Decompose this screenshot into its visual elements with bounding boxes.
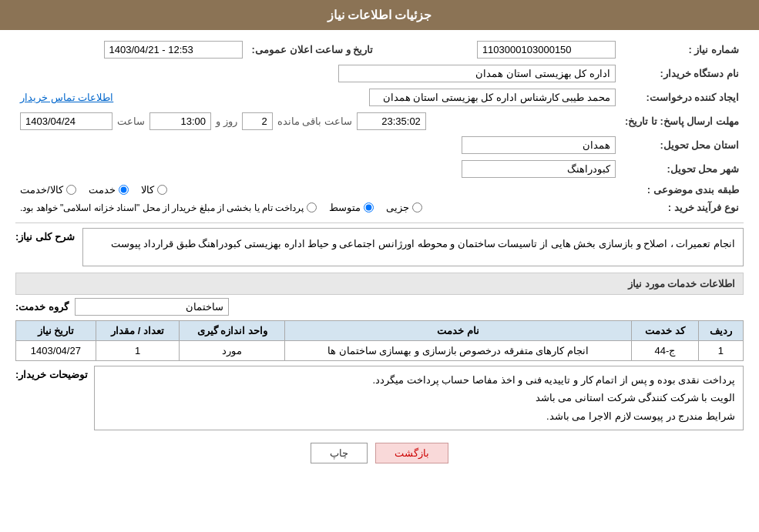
purchase-type-option-motavaset[interactable]: متوسط	[329, 202, 374, 213]
category-radio-group: کالا/خدمت خدمت کالا	[20, 184, 616, 196]
row-service-name: انجام کارهای متفرقه درخصوص بازسازی و بهس…	[285, 341, 632, 361]
purchase-type-motavaset-label: متوسط	[329, 202, 361, 213]
col-quantity: تعداد / مقدار	[96, 321, 180, 341]
deadline-label: مهلت ارسال پاسخ: تا تاریخ:	[620, 109, 744, 133]
row-code: ج-44	[632, 341, 699, 361]
category-kalakhedmat-label: کالا/خدمت	[20, 184, 63, 196]
category-radio-kalakhedmat[interactable]	[66, 185, 76, 195]
deadline-time: 13:00	[149, 112, 211, 130]
city-value: کبودراهنگ	[462, 160, 616, 178]
tender-number-label: شماره نیاز :	[620, 38, 744, 62]
buyer-notes-text: پرداخت نقدی بوده و پس از اتمام کار و تای…	[373, 374, 735, 422]
services-header-row: ردیف کد خدمت نام خدمت واحد اندازه گیری ت…	[16, 321, 744, 341]
requester-row: ایجاد کننده درخواست: محمد طیبی کارشناس ا…	[15, 85, 744, 109]
print-button[interactable]: چاپ	[311, 443, 368, 463]
buyer-org-label: نام دستگاه خریدار:	[620, 62, 744, 85]
description-text: انجام تعمیرات ، اصلاح و بازسازی بخش هایی…	[111, 238, 735, 249]
category-option-kalakhedmat[interactable]: کالا/خدمت	[20, 184, 76, 196]
services-table: ردیف کد خدمت نام خدمت واحد اندازه گیری ت…	[15, 320, 744, 361]
row-quantity: 1	[96, 341, 180, 361]
info-table: شماره نیاز : 1103000103000150 تاریخ و سا…	[15, 38, 744, 216]
announce-value: 1403/04/21 - 12:53	[104, 41, 243, 59]
table-row: 1 ج-44 انجام کارهای متفرقه درخصوص بازساز…	[16, 341, 744, 361]
col-unit: واحد اندازه گیری	[180, 321, 285, 341]
purchase-type-jozi-label: جزیی	[386, 202, 409, 213]
row-unit: مورد	[180, 341, 285, 361]
buyer-notes-box: پرداخت نقدی بوده و پس از اتمام کار و تای…	[94, 366, 744, 430]
category-label: طبقه بندی موضوعی :	[620, 181, 744, 199]
purchase-type-option-jozi[interactable]: جزیی	[386, 202, 422, 213]
purchase-type-radio-motavaset[interactable]	[364, 202, 374, 212]
services-section-header: اطلاعات خدمات مورد نیاز	[15, 273, 744, 295]
purchase-type-esnad-label: پرداخت تام یا بخشی از مبلغ خریدار از محل…	[20, 202, 304, 213]
buyer-org-row: نام دستگاه خریدار: اداره کل بهزیستی استا…	[15, 62, 744, 85]
tender-row: شماره نیاز : 1103000103000150 تاریخ و سا…	[15, 38, 744, 62]
province-label: استان محل تحویل:	[620, 133, 744, 157]
purchase-type-option-esnad[interactable]: پرداخت تام یا بخشی از مبلغ خریدار از محل…	[20, 202, 317, 213]
category-row: طبقه بندی موضوعی : کالا/خدمت خدمت کالا	[15, 181, 744, 199]
services-table-header: ردیف کد خدمت نام خدمت واحد اندازه گیری ت…	[16, 321, 744, 341]
requester-link[interactable]: اطلاعات تماس خریدار	[20, 92, 113, 103]
services-title: اطلاعات خدمات مورد نیاز	[628, 278, 735, 289]
province-value: همدان	[462, 136, 616, 154]
col-name: نام خدمت	[285, 321, 632, 341]
purchase-type-row: نوع فرآیند خرید : پرداخت تام یا بخشی از …	[15, 199, 744, 216]
category-kala-label: کالا	[141, 184, 154, 196]
buyer-org-value: اداره کل بهزیستی استان همدان	[338, 65, 616, 82]
deadline-date: 1403/04/24	[20, 112, 113, 130]
buyer-notes-section: توضیحات خریدار: پرداخت نقدی بوده و پس از…	[15, 366, 744, 430]
category-radio-khedmat[interactable]	[119, 185, 129, 195]
description-value: انجام تعمیرات ، اصلاح و بازسازی بخش هایی…	[82, 228, 744, 266]
category-option-khedmat[interactable]: خدمت	[89, 184, 129, 196]
requester-label: ایجاد کننده درخواست:	[620, 85, 744, 109]
deadline-row: مهلت ارسال پاسخ: تا تاریخ: 1403/04/24 سا…	[15, 109, 744, 133]
col-row-num: ردیف	[698, 321, 743, 341]
tender-number-value: 1103000103000150	[477, 41, 616, 59]
city-row: شهر محل تحویل: کبودراهنگ	[15, 157, 744, 181]
service-group-label: گروه خدمت:	[15, 301, 69, 313]
col-code: کد خدمت	[632, 321, 699, 341]
page-header: جزئیات اطلاعات نیاز	[0, 0, 759, 30]
purchase-type-radio-jozi[interactable]	[412, 202, 422, 212]
col-date: تاریخ نیاز	[16, 321, 96, 341]
row-num: 1	[698, 341, 743, 361]
divider-1	[15, 223, 744, 223]
announce-label: تاریخ و ساعت اعلان عمومی:	[247, 38, 389, 62]
deadline-remaining-label: ساعت باقی مانده	[277, 115, 352, 127]
purchase-type-radio-group: پرداخت تام یا بخشی از مبلغ خریدار از محل…	[20, 202, 616, 213]
page-title: جزئیات اطلاعات نیاز	[327, 8, 432, 22]
province-row: استان محل تحویل: همدان	[15, 133, 744, 157]
row-date: 1403/04/27	[16, 341, 96, 361]
purchase-type-label: نوع فرآیند خرید :	[620, 199, 744, 216]
page-wrapper: جزئیات اطلاعات نیاز شماره نیاز : 1103000…	[0, 0, 759, 532]
category-radio-kala[interactable]	[157, 185, 167, 195]
content-area: شماره نیاز : 1103000103000150 تاریخ و سا…	[0, 30, 759, 483]
back-button[interactable]: بازگشت	[375, 443, 448, 463]
service-group-value: ساختمان	[75, 298, 229, 316]
deadline-days: 2	[242, 112, 273, 130]
service-group-row: گروه خدمت: ساختمان	[15, 298, 744, 316]
deadline-days-label: روز و	[216, 115, 237, 127]
purchase-type-radio-esnad[interactable]	[307, 202, 317, 212]
description-label: شرح کلی نیاز:	[15, 228, 75, 243]
deadline-time-label: ساعت	[117, 115, 145, 127]
city-label: شهر محل تحویل:	[620, 157, 744, 181]
category-option-kala[interactable]: کالا	[141, 184, 167, 196]
button-row: بازگشت چاپ	[15, 443, 744, 476]
category-khedmat-label: خدمت	[89, 184, 116, 196]
buyer-notes-label: توضیحات خریدار:	[15, 366, 88, 380]
deadline-remaining: 23:35:02	[357, 112, 426, 130]
services-table-body: 1 ج-44 انجام کارهای متفرقه درخصوص بازساز…	[16, 341, 744, 361]
description-section: شرح کلی نیاز: انجام تعمیرات ، اصلاح و با…	[15, 228, 744, 266]
requester-value: محمد طیبی کارشناس اداره کل بهزیستی استان…	[369, 89, 616, 106]
